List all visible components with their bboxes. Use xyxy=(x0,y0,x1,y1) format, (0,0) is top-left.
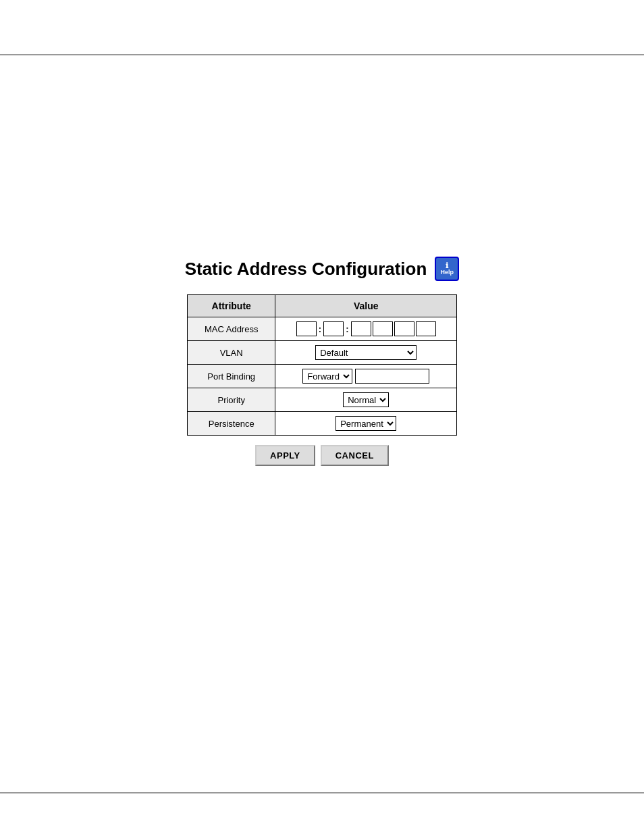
mac-sep-2: : xyxy=(345,324,349,334)
priority-label: Priority xyxy=(188,388,275,412)
mac-octet-4[interactable] xyxy=(373,321,393,336)
main-content: Static Address Configuration ℹ Help Attr… xyxy=(0,0,644,466)
port-binding-label: Port Binding xyxy=(188,365,275,388)
col-value-header: Value xyxy=(275,295,457,317)
persistence-cell: Permanent xyxy=(275,412,457,436)
mac-sep-1: : xyxy=(318,324,322,334)
mac-octet-1[interactable] xyxy=(296,321,317,336)
top-border xyxy=(0,54,644,55)
title-row: Static Address Configuration ℹ Help xyxy=(185,257,460,281)
help-icon-label: Help xyxy=(441,269,454,276)
forward-select[interactable]: Forward xyxy=(302,369,352,384)
page-title: Static Address Configuration xyxy=(185,259,427,280)
port-binding-inputs: Forward xyxy=(284,369,448,384)
table-row: VLAN Default xyxy=(188,341,457,365)
port-binding-input[interactable] xyxy=(355,369,429,384)
mac-octet-2[interactable] xyxy=(323,321,344,336)
help-icon[interactable]: ℹ Help xyxy=(435,257,459,281)
table-row: Persistence Permanent xyxy=(188,412,457,436)
mac-octet-3[interactable] xyxy=(351,321,371,336)
table-row: Priority Normal xyxy=(188,388,457,412)
vlan-cell: Default xyxy=(275,341,457,365)
apply-button[interactable]: APPLY xyxy=(255,445,315,466)
cancel-button[interactable]: CANCEL xyxy=(321,445,389,466)
port-binding-cell: Forward xyxy=(275,365,457,388)
bottom-border xyxy=(0,792,644,793)
persistence-select[interactable]: Permanent xyxy=(336,416,396,431)
vlan-select[interactable]: Default xyxy=(315,345,417,360)
persistence-label: Persistence xyxy=(188,412,275,436)
priority-cell: Normal xyxy=(275,388,457,412)
priority-select[interactable]: Normal xyxy=(343,392,389,407)
mac-address-label: MAC Address xyxy=(188,317,275,341)
mac-octet-6[interactable] xyxy=(416,321,436,336)
button-row: APPLY CANCEL xyxy=(255,445,389,466)
config-table: Attribute Value MAC Address : : xyxy=(187,294,457,436)
table-row: Port Binding Forward xyxy=(188,365,457,388)
table-row: MAC Address : : xyxy=(188,317,457,341)
col-attribute-header: Attribute xyxy=(188,295,275,317)
mac-octet-5[interactable] xyxy=(394,321,414,336)
mac-address-cell: : : xyxy=(275,317,457,341)
mac-address-inputs: : : xyxy=(284,321,448,336)
vlan-label: VLAN xyxy=(188,341,275,365)
